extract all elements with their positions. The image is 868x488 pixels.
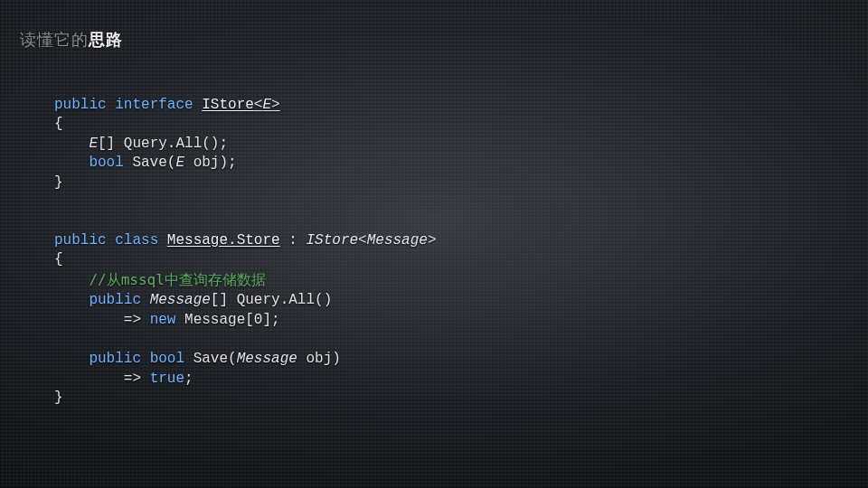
m2-param-type: Message bbox=[237, 351, 297, 367]
m1-body: Message[0]; bbox=[175, 312, 279, 328]
angle-open: < bbox=[358, 232, 367, 249]
type-param: E bbox=[262, 97, 271, 113]
brace-open: { bbox=[54, 251, 63, 267]
method-queryall: [] Query.All(); bbox=[98, 136, 228, 152]
kw-public: public bbox=[54, 232, 107, 249]
code-block-class: public class Message.Store : IStore<Mess… bbox=[54, 211, 437, 408]
kw-public: public bbox=[89, 292, 141, 308]
m1-return-type: Message bbox=[150, 292, 211, 308]
kw-public: public bbox=[89, 351, 141, 367]
code-block-interface: public interface IStore<E> { E[] Query.A… bbox=[54, 76, 280, 193]
m2-sig: Save( bbox=[184, 351, 237, 367]
kw-true: true bbox=[150, 371, 184, 387]
brace-close: } bbox=[54, 174, 63, 191]
interface-name: IStore bbox=[202, 97, 254, 113]
angle-close: > bbox=[428, 232, 437, 249]
slide-title: 读懂它的思路 bbox=[20, 29, 123, 51]
return-type-e: E bbox=[89, 136, 98, 152]
impl-iface: IStore bbox=[306, 232, 358, 249]
brace-open: { bbox=[54, 116, 63, 132]
method-save-sig: Save( bbox=[124, 155, 176, 171]
method-save-rest: obj); bbox=[184, 155, 237, 171]
kw-public: public bbox=[54, 97, 107, 113]
m1-sig: [] Query.All() bbox=[211, 292, 332, 308]
kw-bool: bool bbox=[89, 155, 123, 171]
kw-bool: bool bbox=[150, 351, 184, 367]
kw-new: new bbox=[150, 312, 176, 328]
colon: : bbox=[280, 232, 307, 249]
impl-type-arg: Message bbox=[367, 232, 428, 249]
title-emph: 思路 bbox=[89, 31, 123, 49]
save-param-type: E bbox=[175, 155, 184, 171]
m2-arrow: => bbox=[124, 371, 150, 387]
m2-rest: obj) bbox=[297, 351, 341, 367]
angle-close: > bbox=[271, 97, 280, 113]
class-name: Message.Store bbox=[167, 232, 280, 249]
kw-class: class bbox=[115, 232, 158, 249]
brace-close: } bbox=[54, 389, 63, 406]
kw-interface: interface bbox=[115, 97, 193, 113]
m1-arrow: => bbox=[124, 312, 150, 328]
m2-semi: ; bbox=[184, 371, 193, 387]
comment-line: //从mssql中查询存储数据 bbox=[89, 271, 265, 288]
title-prefix: 读懂它的 bbox=[20, 31, 89, 49]
